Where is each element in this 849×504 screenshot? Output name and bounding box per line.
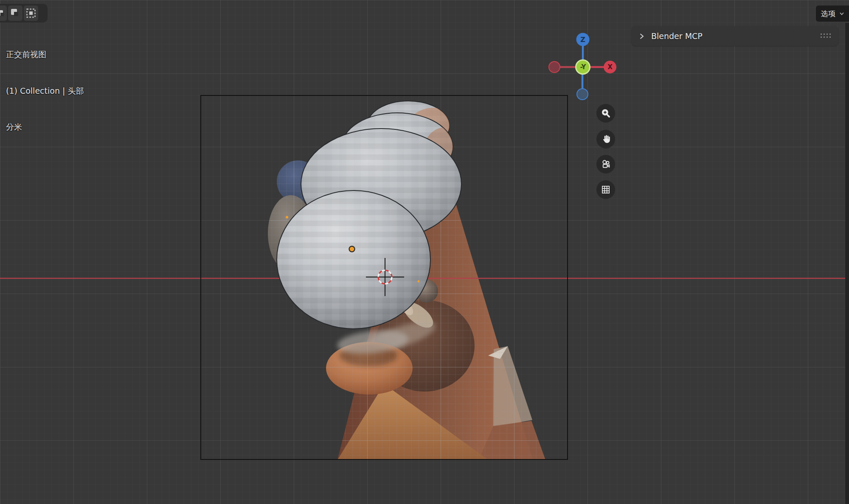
chevron-right-icon xyxy=(638,33,645,39)
grid-toggle-button[interactable] xyxy=(596,180,615,199)
camera-view-button[interactable] xyxy=(596,155,615,174)
box-select-icon xyxy=(10,8,21,19)
navigation-gizmo[interactable]: Z X -Y xyxy=(546,25,620,101)
select-mode-box-button[interactable] xyxy=(8,6,22,21)
object-origin-dot[interactable] xyxy=(349,246,355,252)
gizmo-axis-negative-z[interactable] xyxy=(576,88,588,100)
options-button[interactable]: 选项 xyxy=(816,6,849,22)
gizmo-axis-negative-x[interactable] xyxy=(548,61,560,73)
zoom-button[interactable] xyxy=(596,104,615,123)
gizmo-z-label: Z xyxy=(580,36,585,44)
view-orientation-label: 正交前视图 xyxy=(6,48,84,61)
panel-title: Blender MCP xyxy=(651,31,821,41)
viewport-scene[interactable] xyxy=(0,0,849,504)
camera-icon xyxy=(600,159,612,170)
chevron-down-icon xyxy=(839,11,845,17)
origin-dot-tiny[interactable] xyxy=(418,280,420,283)
select-mode-tweak-button[interactable] xyxy=(0,6,7,21)
active-collection-label: (1) Collection | 头部 xyxy=(6,85,84,97)
viewport-info-text: 正交前视图 (1) Collection | 头部 分米 xyxy=(6,24,84,157)
gizmo-x-label: X xyxy=(607,63,613,71)
panel-grip-handle[interactable] xyxy=(821,34,832,39)
gizmo-axis-x[interactable]: X xyxy=(604,61,616,73)
blender-3d-viewport: 正交前视图 (1) Collection | 头部 分米 选项 Blender … xyxy=(0,0,849,504)
unit-scale-label: 分米 xyxy=(6,121,84,133)
select-mode-box-dashed-button[interactable] xyxy=(24,6,38,21)
pan-button[interactable] xyxy=(596,130,615,148)
gizmo-axis-negative-y-current[interactable]: -Y xyxy=(575,59,590,75)
gizmo-axis-z[interactable]: Z xyxy=(576,33,590,46)
grid-icon xyxy=(600,184,611,195)
blender-mcp-panel-header[interactable]: Blender MCP xyxy=(632,26,838,46)
box-select-dashed-icon xyxy=(25,8,37,19)
tweak-select-icon xyxy=(0,8,7,18)
select-mode-toolbar xyxy=(0,4,48,22)
options-button-label: 选项 xyxy=(821,9,835,19)
zoom-icon xyxy=(600,108,611,119)
sidebar-edge-scrollbar[interactable] xyxy=(845,23,849,504)
gizmo-y-label: -Y xyxy=(580,63,586,71)
origin-dot-small[interactable] xyxy=(286,216,288,218)
hand-icon xyxy=(600,134,611,145)
